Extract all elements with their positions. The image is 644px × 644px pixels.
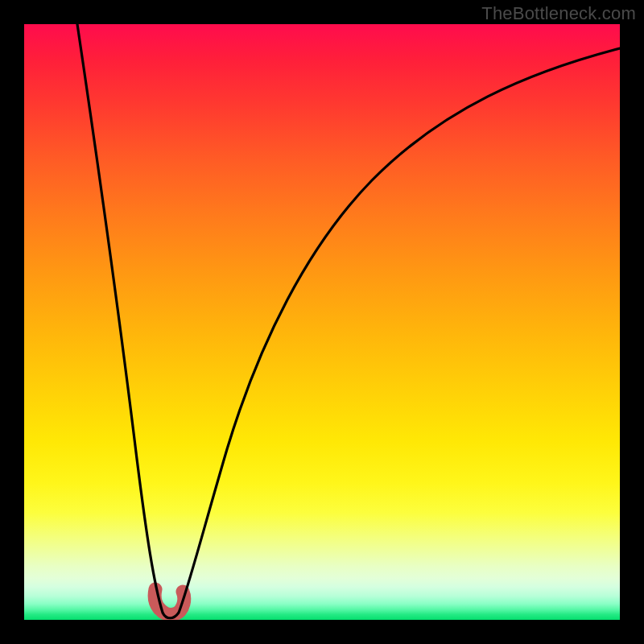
bottleneck-curve	[77, 24, 620, 618]
curve-overlay	[24, 24, 620, 620]
watermark-text: TheBottleneck.com	[481, 3, 636, 24]
gradient-plot-area	[24, 24, 620, 620]
outer-frame: TheBottleneck.com	[0, 0, 644, 644]
